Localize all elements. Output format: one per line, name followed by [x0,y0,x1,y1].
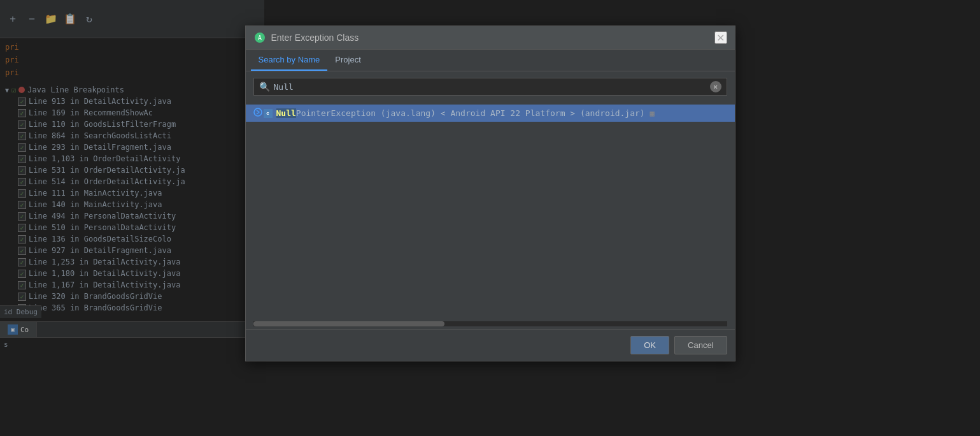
dialog-titlebar: A Enter Exception Class ✕ [246,26,735,50]
cancel-button[interactable]: Cancel [674,336,727,354]
result-class-icon: c [264,109,273,118]
ok-button[interactable]: OK [630,336,669,354]
svg-point-2 [254,108,262,116]
exception-search-input[interactable] [274,82,706,92]
search-results-list: c NullPointerException (java.lang) < And… [246,102,735,319]
dialog-title-text: Enter Exception Class [271,33,359,43]
modal-overlay: A Enter Exception Class ✕ Search by Name… [0,0,980,436]
result-icon-wrapper: c [253,108,273,119]
result-jar-icon: ▦ [650,109,655,118]
result-highlight: Null [276,108,296,118]
tab-search-by-name[interactable]: Search by Name [251,50,328,71]
dialog-title-left: A Enter Exception Class [253,31,359,44]
dialog-tab-bar: Search by Name Project [246,50,735,71]
tab-project[interactable]: Project [327,50,368,71]
svg-text:A: A [257,34,261,41]
result-text: NullPointerException (java.lang) < Andro… [276,108,655,118]
dialog-close-button[interactable]: ✕ [714,31,727,44]
result-item[interactable]: c NullPointerException (java.lang) < And… [246,105,735,122]
search-clear-button[interactable]: ✕ [710,81,721,92]
dialog-scrollbar[interactable] [253,321,727,326]
search-icon: 🔍 [259,82,270,92]
dialog-search-area: 🔍 ✕ [246,71,735,102]
scrollbar-thumb [253,321,444,326]
dialog-footer: OK Cancel [246,329,735,361]
android-icon: A [253,31,266,44]
tab-search-by-name-label: Search by Name [259,55,320,64]
search-input-wrapper: 🔍 ✕ [253,78,727,96]
result-android-icon [253,108,262,119]
result-rest: PointerException (java.lang) < Android A… [296,108,645,118]
enter-exception-dialog: A Enter Exception Class ✕ Search by Name… [245,25,735,361]
tab-project-label: Project [335,55,360,64]
